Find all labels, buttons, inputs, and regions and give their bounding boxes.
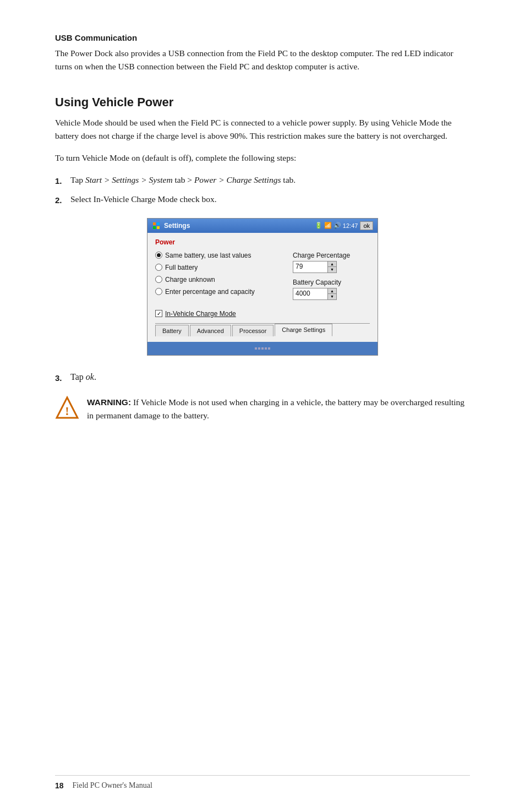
dialog-right-col: Charge Percentage 79 ▲ ▼ (293, 252, 370, 306)
dialog-body: Power Same battery, use last values Full… (147, 233, 378, 342)
vehicle-intro2: To turn Vehicle Mode on (default is off)… (55, 151, 470, 165)
usb-heading: USB Communication (55, 33, 470, 42)
footer-title: Field PC Owner's Manual (73, 781, 152, 790)
dialog-left-col: Same battery, use last values Full batte… (155, 252, 286, 306)
warning-body: If Vehicle Mode is not used when chargin… (87, 397, 464, 420)
page-footer: 18 Field PC Owner's Manual (55, 775, 470, 790)
warning-box: ! WARNING: If Vehicle Mode is not used w… (55, 396, 470, 422)
radio-full-battery-label: Full battery (165, 264, 198, 271)
battery-capacity-arrows: ▲ ▼ (327, 288, 336, 299)
dialog-titlebar-left: Settings (152, 221, 190, 230)
steps-list: 1. Tap Start > Settings > System tab > P… (55, 173, 470, 207)
usb-section: USB Communication The Power Dock also pr… (55, 33, 470, 73)
step-3-italic: ok (86, 372, 94, 382)
warning-icon: ! (55, 396, 79, 420)
warning-text: WARNING: If Vehicle Mode is not used whe… (87, 396, 470, 422)
dialog-time: 12:47 (343, 222, 358, 229)
dot-5 (268, 347, 270, 350)
svg-rect-0 (153, 222, 156, 225)
vehicle-section: Using Vehicle Power Vehicle Mode should … (55, 95, 470, 422)
battery-capacity-up[interactable]: ▲ (328, 288, 336, 295)
settings-dialog-wrapper: Settings 🔋 📶 🔊 12:47 ok Power (55, 218, 470, 356)
battery-icon: 🔋 (315, 222, 322, 229)
radio-enter-percentage[interactable]: Enter percentage and capacity (155, 288, 286, 296)
dialog-status-icons: 🔋 📶 🔊 12:47 (315, 222, 358, 229)
tab-charge-settings[interactable]: Charge Settings (275, 324, 332, 336)
tab-advanced[interactable]: Advanced (190, 325, 231, 336)
taskbar-dots (255, 347, 270, 350)
radio-charge-unknown-label: Charge unknown (165, 276, 215, 284)
radio-charge-unknown-circle (155, 276, 162, 283)
dialog-title: Settings (164, 222, 190, 230)
dialog-tabs: Battery Advanced Processor Charge Settin… (155, 323, 370, 336)
dot-1 (255, 347, 257, 350)
step-3-content: Tap ok. (70, 372, 470, 382)
dialog-titlebar-right: 🔋 📶 🔊 12:47 ok (315, 221, 373, 230)
svg-text:!: ! (65, 404, 69, 418)
radio-same-battery-circle (155, 252, 162, 259)
step-3: 3. Tap ok. (55, 372, 470, 383)
invehicle-checkbox-row[interactable]: In-Vehicle Charge Mode (155, 310, 370, 318)
radio-same-battery-label: Same battery, use last values (165, 252, 251, 259)
step-1-italic2: Power > Charge Settings (194, 175, 281, 184)
signal-icon: 📶 (324, 222, 332, 229)
charge-percentage-up[interactable]: ▲ (328, 261, 336, 268)
step-1: 1. Tap Start > Settings > System tab > P… (55, 173, 470, 187)
power-label: Power (155, 238, 370, 246)
battery-capacity-group: Battery Capacity 4000 ▲ ▼ (293, 279, 370, 300)
charge-percentage-spinner[interactable]: 79 ▲ ▼ (293, 261, 337, 273)
invehicle-label-underline: In-Vehicle Charge Mode (165, 310, 236, 318)
battery-capacity-spinner[interactable]: 4000 ▲ ▼ (293, 288, 337, 300)
volume-icon: 🔊 (333, 222, 341, 229)
vehicle-intro1: Vehicle Mode should be used when the Fie… (55, 116, 470, 143)
dialog-titlebar: Settings 🔋 📶 🔊 12:47 ok (147, 219, 378, 233)
charge-percentage-value: 79 (293, 261, 327, 273)
charge-percentage-arrows: ▲ ▼ (327, 261, 336, 273)
radio-charge-unknown[interactable]: Charge unknown (155, 276, 286, 284)
battery-capacity-value: 4000 (293, 288, 327, 299)
radio-same-battery[interactable]: Same battery, use last values (155, 252, 286, 259)
svg-rect-3 (157, 226, 160, 229)
settings-dialog: Settings 🔋 📶 🔊 12:47 ok Power (147, 218, 378, 356)
dialog-content-area: Same battery, use last values Full batte… (155, 252, 370, 306)
dialog-taskbar (147, 342, 378, 355)
vehicle-heading: Using Vehicle Power (55, 95, 470, 110)
charge-percentage-down[interactable]: ▼ (328, 267, 336, 273)
dialog-ok-button[interactable]: ok (360, 221, 373, 230)
warning-label: WARNING: (87, 397, 131, 407)
page-number: 18 (55, 781, 64, 790)
svg-rect-2 (153, 226, 156, 229)
charge-percentage-group: Charge Percentage 79 ▲ ▼ (293, 252, 370, 273)
tab-battery[interactable]: Battery (155, 325, 189, 336)
radio-full-battery[interactable]: Full battery (155, 264, 286, 271)
tab-processor[interactable]: Processor (232, 325, 274, 336)
invehicle-checkbox[interactable] (155, 310, 162, 317)
step-1-italic1: Start > Settings > System (85, 175, 173, 184)
page: USB Communication The Power Dock also pr… (0, 0, 525, 812)
step-1-content: Tap Start > Settings > System tab > Powe… (70, 173, 470, 187)
usb-body: The Power Dock also provides a USB conne… (55, 47, 470, 73)
dot-3 (261, 347, 264, 350)
battery-capacity-label: Battery Capacity (293, 279, 370, 286)
step-2: 2. Select In-Vehicle Charge Mode check b… (55, 193, 470, 206)
radio-enter-percentage-circle (155, 288, 162, 295)
step-1-number: 1. (55, 173, 70, 187)
step-2-content: Select In-Vehicle Charge Mode check box. (70, 193, 470, 206)
charge-percentage-label: Charge Percentage (293, 252, 370, 259)
svg-rect-1 (157, 222, 160, 225)
dot-4 (265, 347, 267, 350)
step-3-number: 3. (55, 372, 70, 383)
radio-enter-percentage-label: Enter percentage and capacity (165, 288, 255, 296)
battery-capacity-down[interactable]: ▼ (328, 294, 336, 299)
dot-2 (258, 347, 260, 350)
settings-app-icon (152, 221, 161, 230)
invehicle-checkbox-label: In-Vehicle Charge Mode (165, 310, 236, 318)
step-2-number: 2. (55, 193, 70, 206)
radio-full-battery-circle (155, 264, 162, 271)
